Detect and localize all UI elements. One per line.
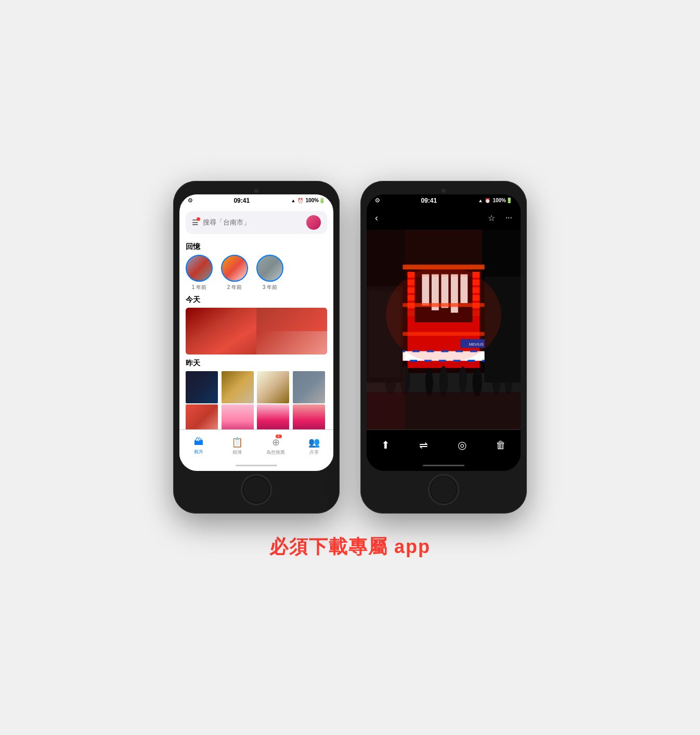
tab-foryou-label: 為您推薦 (266, 449, 285, 456)
memory-circle-2 (221, 255, 248, 282)
tab-photos-label: 相片 (194, 449, 203, 455)
photo-cell-2[interactable] (222, 371, 254, 403)
home-button-left[interactable] (241, 474, 272, 505)
memories-row: 1 年前 2 年前 3 年前 (186, 255, 327, 291)
memory-item-1[interactable]: 1 年前 (186, 255, 213, 291)
tab-for-you[interactable]: ⊕ 9 為您推薦 (256, 435, 295, 456)
front-camera (254, 189, 258, 193)
status-bar-right: ⊙ 09:41 ▲ ⏰ 100%🔋 (367, 194, 521, 207)
memory-item-3[interactable]: 3 年前 (256, 255, 283, 291)
photo-viewer-bottom: ⬆ ⇌ ◎ 🗑 (367, 429, 521, 461)
bottom-text: 必須下載專屬 app (269, 524, 431, 575)
today-title: 今天 (186, 295, 327, 305)
home-indicator-right (367, 461, 521, 471)
tab-photos-icon: 🏔 (194, 437, 203, 448)
tab-foryou-badge: 9 (276, 435, 282, 438)
memory-item-2[interactable]: 2 年前 (221, 255, 248, 291)
photo-cell-3[interactable] (257, 371, 289, 403)
memory-label-3: 3 年前 (263, 284, 277, 291)
tab-shared-icon: 👥 (308, 437, 320, 448)
tab-shared-label: 共享 (309, 449, 319, 456)
notification-dot (197, 217, 200, 221)
battery-icon-left: 100%🔋 (305, 198, 325, 203)
alarm-icon: ⏰ (297, 198, 303, 203)
home-indicator-left (179, 461, 333, 471)
photo-cell-7[interactable] (257, 404, 289, 429)
signal-icon-right: ▲ (478, 198, 483, 203)
left-phone: ⊙ 09:41 ▲ ⏰ 100%🔋 ☰ 搜尋「台南市」 (173, 181, 340, 514)
photo-row-1 (186, 371, 327, 403)
photo-cell-4[interactable] (293, 371, 325, 403)
section-today: 今天 (186, 295, 327, 355)
phones-container: ⊙ 09:41 ▲ ⏰ 100%🔋 ☰ 搜尋「台南市」 (163, 160, 537, 524)
more-button[interactable]: ··· (505, 213, 512, 223)
today-grid[interactable] (186, 308, 327, 355)
photo-cell-1[interactable] (186, 371, 218, 403)
share-button[interactable]: ⬆ (381, 439, 390, 451)
night-scene-svg: MEVIUS (367, 230, 521, 429)
photo-viewer-header: ‹ ☆ ··· (367, 207, 521, 230)
signal-icon: ▲ (291, 198, 295, 203)
wifi-icon: ⊙ (188, 197, 192, 204)
home-button-right[interactable] (428, 474, 459, 505)
alarm-icon-right: ⏰ (485, 198, 490, 203)
photo-main[interactable]: MEVIUS (367, 230, 521, 429)
tab-photos[interactable]: 🏔 相片 (179, 435, 218, 455)
avatar[interactable] (306, 215, 321, 230)
section-yesterday: 昨天 (186, 359, 327, 429)
memory-circle-1 (186, 255, 213, 282)
wifi-icon-right: ⊙ (375, 197, 380, 204)
memory-label-1: 1 年前 (192, 284, 206, 291)
menu-icon-wrap: ☰ (192, 218, 199, 227)
status-time-right: 09:41 (421, 197, 437, 204)
battery-icon-right: 100%🔋 (492, 198, 512, 203)
section-memories: 回憶 1 年前 2 年前 3 年前 (186, 242, 327, 291)
search-placeholder: 搜尋「台南市」 (203, 218, 302, 227)
content-scroll: 回憶 1 年前 2 年前 3 年前 (179, 238, 333, 429)
tab-bar: 🏔 相片 📋 相簿 ⊕ 9 為您推薦 👥 共享 (179, 429, 333, 461)
photo-cell-6[interactable] (222, 404, 254, 429)
tab-albums-label: 相簿 (232, 449, 242, 456)
svg-point-27 (459, 366, 467, 393)
front-camera-right (442, 189, 446, 193)
back-button[interactable]: ‹ (375, 213, 378, 224)
photo-cell-5[interactable] (186, 404, 218, 429)
edit-button[interactable]: ⇌ (419, 439, 428, 451)
status-bar-left: ⊙ 09:41 ▲ ⏰ 100%🔋 (179, 194, 333, 207)
tab-shared[interactable]: 👥 共享 (295, 435, 333, 456)
svg-point-37 (386, 267, 501, 363)
yesterday-title: 昨天 (186, 359, 327, 368)
tab-albums[interactable]: 📋 相簿 (218, 435, 256, 456)
right-phone: ⊙ 09:41 ▲ ⏰ 100%🔋 ‹ ☆ ··· (360, 181, 527, 514)
delete-button[interactable]: 🗑 (496, 439, 506, 451)
status-time: 09:41 (234, 197, 250, 204)
header-actions: ☆ ··· (488, 213, 512, 223)
search-bar[interactable]: ☰ 搜尋「台南市」 (186, 211, 327, 234)
memory-circle-3 (256, 255, 283, 282)
memories-title: 回憶 (186, 242, 327, 252)
tab-foryou-icon: ⊕ (272, 437, 280, 448)
face-search-button[interactable]: ◎ (458, 439, 466, 451)
star-button[interactable]: ☆ (488, 213, 495, 223)
photo-cell-8[interactable] (293, 404, 325, 429)
svg-point-25 (425, 369, 433, 396)
tab-albums-icon: 📋 (231, 437, 243, 448)
memory-label-2: 2 年前 (227, 284, 242, 291)
photo-row-2 (186, 404, 327, 429)
